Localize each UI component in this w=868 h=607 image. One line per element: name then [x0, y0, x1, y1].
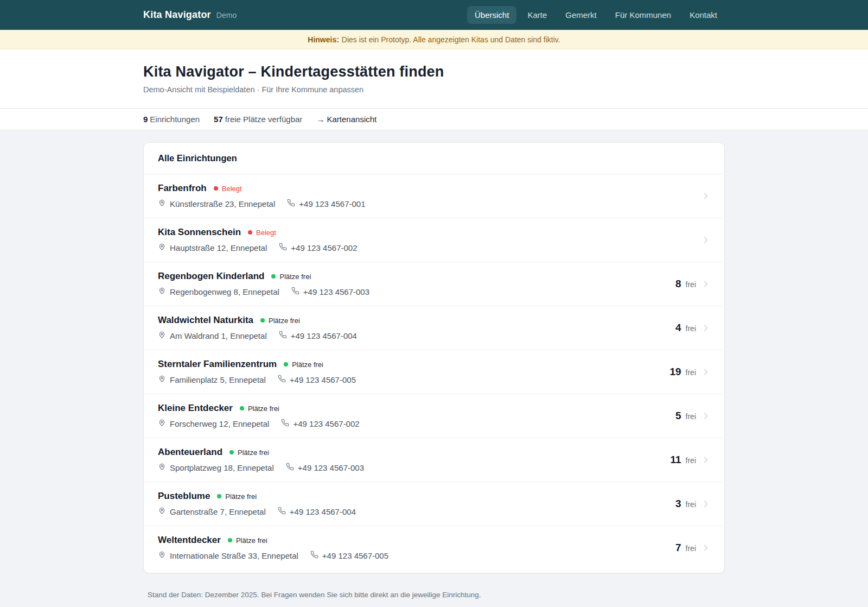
status-label: Plätze frei [269, 317, 300, 325]
phone-icon [310, 551, 318, 560]
facility-row[interactable]: Pusteblume Plätze frei Gartenstraße 7, E… [144, 482, 724, 526]
facility-row[interactable]: Sterntaler Familienzentrum Plätze frei F… [144, 350, 724, 394]
status-badge: Plätze frei [260, 317, 300, 325]
free-count: 19 [669, 366, 681, 378]
status-badge: Plätze frei [228, 536, 267, 545]
page-subtitle: Demo-Ansicht mit Beispieldaten · Für Ihr… [143, 85, 725, 94]
phone-icon [281, 419, 289, 428]
free-label: frei [686, 544, 696, 553]
free-label: frei [686, 280, 696, 289]
chevron-right-icon [701, 499, 710, 508]
map-pin-icon [158, 375, 166, 384]
free-count: 7 [675, 542, 681, 554]
status-label: Plätze frei [292, 361, 323, 369]
facility-address: Künstlerstraße 23, Ennepetal [170, 199, 275, 208]
notice-text: Dies ist ein Prototyp. Alle angezeigten … [342, 35, 560, 44]
map-pin-icon [158, 287, 166, 296]
facility-address-group: Künstlerstraße 23, Ennepetal [158, 199, 275, 208]
facility-address: Familienplatz 5, Ennepetal [170, 375, 266, 384]
facility-phone-group: +49 123 4567-005 [310, 551, 388, 560]
stats-bar: 9Einrichtungen 57freie Plätze verfügbar … [0, 108, 868, 130]
brand-logo[interactable]: Kita Navigator Demo [143, 9, 237, 21]
phone-icon [291, 287, 299, 296]
nav-item-kontakt[interactable]: Kontakt [682, 6, 725, 24]
facility-phone: +49 123 4567-003 [298, 463, 364, 472]
free-label: frei [686, 324, 696, 333]
free-count: 11 [670, 454, 681, 466]
facility-address-group: Forscherweg 12, Ennepetal [158, 419, 269, 428]
nav-item-gemerkt[interactable]: Gemerkt [558, 6, 604, 24]
status-badge: Plätze frei [229, 448, 269, 457]
facility-row[interactable]: Kita Sonnenschein Belegt Hauptstraße 12,… [144, 218, 724, 262]
status-dot-icon [240, 406, 244, 410]
facility-row[interactable]: Waldwichtel Naturkita Plätze frei Am Wal… [144, 306, 724, 350]
status-dot-icon [214, 186, 218, 191]
facility-address: Am Waldrand 1, Ennepetal [170, 331, 267, 340]
map-pin-icon [158, 551, 166, 560]
facility-address: Hauptstraße 12, Ennepetal [170, 243, 267, 252]
facility-name: Sterntaler Familienzentrum [158, 359, 277, 370]
facility-name: Regenbogen Kinderland [158, 271, 264, 282]
facility-phone-group: +49 123 4567-005 [278, 375, 356, 384]
map-view-link[interactable]: → Kartenansicht [316, 115, 376, 124]
brand-demo-tag: Demo [216, 11, 237, 20]
free-label: frei [686, 500, 696, 509]
phone-icon [286, 463, 294, 472]
facility-row[interactable]: Farbenfroh Belegt Künstlerstraße 23, Enn… [144, 174, 724, 218]
free-places-stat: 57freie Plätze verfügbar [214, 115, 302, 124]
status-badge: Plätze frei [240, 404, 279, 413]
chevron-right-icon [701, 456, 710, 464]
nav-item-uebersicht[interactable]: Übersicht [467, 6, 516, 24]
status-dot-icon [217, 494, 221, 498]
facility-row[interactable]: Kleine Entdecker Plätze frei Forscherweg… [144, 394, 724, 438]
facilities-card: Alle Einrichtungen Farbenfroh Belegt Kün… [143, 142, 725, 573]
free-count: 4 [675, 322, 681, 334]
facility-phone-group: +49 123 4567-002 [279, 243, 357, 252]
free-count: 3 [675, 498, 681, 510]
chevron-right-icon [701, 236, 710, 244]
chevron-right-icon [701, 368, 710, 376]
facility-name: Farbenfroh [158, 183, 207, 194]
facility-phone-group: +49 123 4567-003 [286, 463, 364, 472]
nav-item-karte[interactable]: Karte [520, 6, 554, 24]
facility-address-group: Familienplatz 5, Ennepetal [158, 375, 266, 384]
notice-label: Hinweis: [308, 35, 339, 44]
chevron-right-icon [701, 543, 710, 552]
facility-phone-group: +49 123 4567-001 [287, 199, 365, 208]
free-slot: 4 frei [675, 322, 696, 334]
facility-phone: +49 123 4567-004 [290, 507, 356, 516]
map-pin-icon [158, 507, 166, 516]
status-label: Belegt [222, 185, 242, 193]
map-pin-icon [158, 199, 166, 208]
status-label: Plätze frei [236, 536, 267, 545]
facility-name: Kleine Entdecker [158, 403, 233, 414]
free-slot: 8 frei [675, 278, 696, 290]
facility-name: Abenteuerland [158, 447, 222, 458]
status-dot-icon [228, 538, 232, 542]
facility-row[interactable]: Weltentdecker Plätze frei Internationale… [144, 526, 724, 573]
facility-row[interactable]: Regenbogen Kinderland Plätze frei Regenb… [144, 262, 724, 306]
free-slot: 7 frei [675, 542, 696, 554]
status-badge: Plätze frei [284, 361, 323, 369]
nav-item-fuer-kommunen[interactable]: Für Kommunen [608, 6, 679, 24]
free-slot: 3 frei [675, 498, 696, 510]
facility-phone: +49 123 4567-005 [290, 375, 356, 384]
chevron-right-icon [701, 280, 710, 288]
facilities-stat: 9Einrichtungen [143, 115, 200, 124]
status-label: Belegt [256, 229, 276, 237]
map-pin-icon [158, 463, 166, 472]
status-dot-icon [229, 450, 234, 454]
status-label: Plätze frei [225, 492, 257, 501]
phone-icon [279, 331, 287, 340]
facility-address: Forscherweg 12, Ennepetal [170, 419, 269, 428]
free-label: frei [686, 412, 696, 421]
facility-phone-group: +49 123 4567-002 [281, 419, 359, 428]
status-dot-icon [284, 362, 288, 366]
facility-row[interactable]: Abenteuerland Plätze frei Sportplatzweg … [144, 438, 724, 482]
free-places-label: freie Plätze verfügbar [225, 115, 303, 124]
free-label: frei [686, 368, 696, 377]
facility-address-group: Regenbogenweg 8, Ennepetal [158, 287, 279, 296]
facility-phone-group: +49 123 4567-003 [291, 287, 369, 296]
facility-address-group: Internationale Straße 33, Ennepetal [158, 551, 298, 560]
main-nav: Übersicht Karte Gemerkt Für Kommunen Kon… [467, 6, 725, 24]
